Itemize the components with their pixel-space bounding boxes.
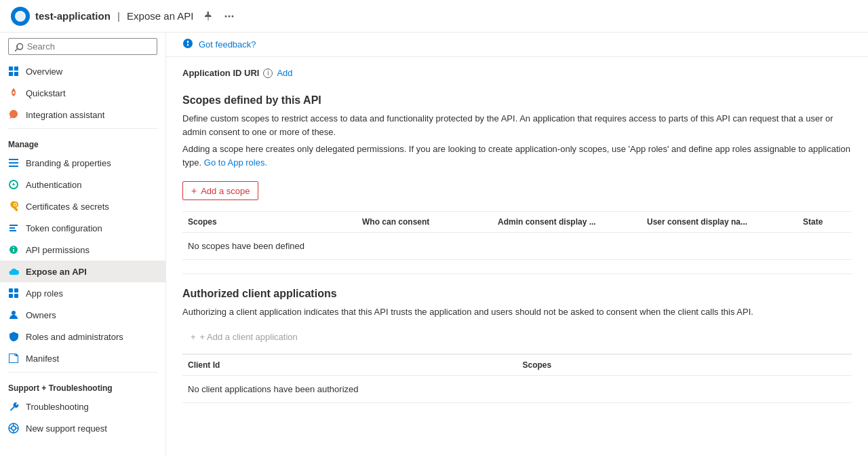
add-client-button[interactable]: + + Add a client application	[182, 328, 306, 345]
authorized-section-title: Authorized client applications	[182, 288, 852, 300]
svg-point-0	[224, 15, 226, 17]
sidebar-item-authentication[interactable]: Authentication	[0, 174, 165, 195]
col-client-id: Client Id	[182, 360, 517, 370]
header-title: test-application | Expose an API	[35, 10, 194, 22]
sidebar-item-new-support[interactable]: New support request	[0, 417, 165, 439]
sidebar-item-label: Troubleshooting	[26, 402, 89, 412]
grid-icon	[8, 66, 19, 77]
sidebar-item-roles-admins[interactable]: Roles and administrators	[0, 326, 165, 347]
authorized-desc: Authorizing a client application indicat…	[182, 305, 852, 319]
scopes-desc-1: Define custom scopes to restrict access …	[182, 112, 852, 138]
add-app-id-link[interactable]: Add	[277, 68, 292, 78]
api-permissions-icon	[8, 244, 19, 255]
client-table: Client Id Scopes No client applications …	[182, 354, 852, 403]
support-section-label: Support + Troubleshooting	[0, 375, 165, 396]
scopes-empty-message: No scopes have been defined	[182, 233, 852, 260]
app-roles-icon	[8, 288, 19, 299]
svg-rect-11	[9, 227, 15, 229]
svg-rect-6	[14, 72, 18, 76]
header-separator: |	[117, 10, 120, 22]
col-state: State	[797, 217, 852, 227]
app-icon	[11, 7, 30, 26]
svg-rect-12	[9, 230, 16, 231]
scopes-table: Scopes Who can consent Admin consent dis…	[182, 211, 852, 260]
app-header: test-application | Expose an API	[0, 0, 868, 33]
sidebar-item-label: Branding & properties	[26, 158, 111, 168]
sidebar-item-label: Integration assistant	[26, 110, 104, 120]
svg-point-19	[12, 426, 16, 430]
page-title: Expose an API	[127, 10, 193, 22]
sidebar-item-manifest[interactable]: Manifest	[0, 347, 165, 369]
svg-rect-9	[9, 166, 18, 167]
scopes-section: Scopes defined by this API Define custom…	[182, 94, 852, 260]
support-divider	[8, 372, 157, 373]
sidebar-item-label: API permissions	[26, 245, 90, 255]
app-name: test-application	[35, 10, 111, 22]
sidebar-item-integration[interactable]: Integration assistant	[0, 104, 165, 126]
add-client-label: + Add a client application	[200, 332, 298, 342]
col-user-consent: User consent display na...	[642, 217, 797, 227]
svg-rect-3	[9, 66, 13, 71]
app-id-info-icon[interactable]: i	[263, 69, 273, 78]
sidebar-item-label: Overview	[26, 66, 62, 77]
feedback-link[interactable]: Got feedback?	[199, 39, 256, 50]
go-to-app-roles-link[interactable]: Go to App roles.	[204, 157, 267, 168]
sidebar-item-app-roles[interactable]: App roles	[0, 282, 165, 304]
sidebar-item-label: Roles and administrators	[26, 332, 123, 342]
more-options-button[interactable]	[221, 8, 237, 24]
app-id-uri-row: Application ID URI i Add	[182, 68, 852, 78]
col-scopes: Scopes	[182, 217, 357, 227]
sidebar-item-label: Authentication	[26, 180, 81, 190]
svg-rect-8	[9, 162, 18, 164]
client-empty-message: No client applications have been authori…	[182, 376, 852, 403]
sidebar-item-overview[interactable]: Overview	[0, 60, 165, 82]
add-client-plus-icon: +	[191, 332, 196, 342]
main-layout: Overview Quickstart Integration assistan…	[0, 33, 868, 456]
search-input[interactable]	[27, 41, 151, 52]
token-icon	[8, 223, 19, 233]
scopes-desc-2: Adding a scope here creates only delegat…	[182, 142, 852, 169]
search-icon	[14, 42, 23, 52]
svg-rect-10	[9, 225, 18, 226]
feedback-icon	[182, 38, 193, 51]
authentication-icon	[8, 179, 19, 190]
add-scope-plus-icon: +	[191, 185, 197, 196]
col-who-consent: Who can consent	[357, 217, 492, 227]
svg-rect-15	[9, 294, 13, 298]
svg-point-17	[12, 311, 16, 315]
col-admin-consent: Admin consent display ...	[492, 217, 642, 227]
sidebar-item-label: App roles	[26, 288, 63, 299]
svg-rect-16	[14, 294, 18, 298]
svg-point-1	[228, 15, 230, 17]
search-box[interactable]	[8, 38, 157, 55]
pin-button[interactable]	[199, 8, 216, 24]
sidebar-item-label: Owners	[26, 310, 56, 320]
add-scope-button[interactable]: + Add a scope	[182, 181, 258, 200]
sidebar-item-troubleshooting[interactable]: Troubleshooting	[0, 396, 165, 417]
sidebar: Overview Quickstart Integration assistan…	[0, 33, 166, 456]
app-id-uri-label: Application ID URI	[182, 68, 259, 78]
section-divider	[182, 273, 852, 274]
col-client-scopes: Scopes	[517, 360, 852, 370]
svg-rect-5	[9, 72, 13, 76]
sidebar-item-certificates[interactable]: Certificates & secrets	[0, 195, 165, 217]
content-body: Application ID URI i Add Scopes defined …	[166, 57, 868, 414]
svg-rect-14	[14, 288, 18, 292]
sidebar-item-owners[interactable]: Owners	[0, 304, 165, 326]
scopes-section-title: Scopes defined by this API	[182, 94, 852, 107]
sidebar-item-quickstart[interactable]: Quickstart	[0, 82, 165, 104]
sidebar-item-label: Token configuration	[26, 223, 102, 233]
list-icon	[8, 157, 19, 168]
content-area: Got feedback? Application ID URI i Add S…	[166, 33, 868, 456]
sidebar-item-branding[interactable]: Branding & properties	[0, 152, 165, 174]
scopes-table-header: Scopes Who can consent Admin consent dis…	[182, 212, 852, 233]
person-icon	[8, 309, 19, 320]
sidebar-item-api-permissions[interactable]: API permissions	[0, 239, 165, 261]
rocket-icon	[8, 88, 19, 98]
key-icon	[8, 201, 19, 212]
lifebuoy-icon	[8, 423, 19, 434]
feedback-bar: Got feedback?	[166, 33, 868, 57]
sidebar-item-token[interactable]: Token configuration	[0, 217, 165, 239]
sidebar-item-expose-api[interactable]: Expose an API	[0, 261, 165, 282]
sidebar-item-label: New support request	[26, 423, 107, 434]
